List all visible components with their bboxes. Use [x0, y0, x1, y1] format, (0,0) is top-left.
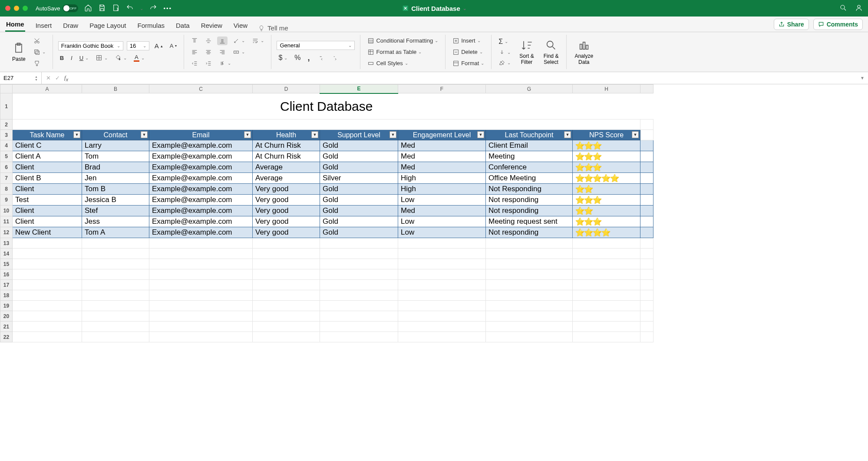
comments-button[interactable]: Comments [813, 19, 863, 30]
underline-button[interactable]: U⌄ [78, 54, 90, 62]
table-header-support-level[interactable]: Support Level▼ [320, 130, 398, 140]
empty-cell[interactable] [398, 259, 486, 269]
empty-cell[interactable] [82, 249, 149, 259]
empty-cell[interactable] [13, 249, 82, 259]
delete-cells-button[interactable]: Delete⌄ [451, 48, 486, 56]
tab-data[interactable]: Data [175, 19, 191, 32]
cell-task[interactable]: New Client [13, 227, 82, 238]
cell-task[interactable]: Client [13, 184, 82, 195]
cell-health[interactable]: Very good [253, 184, 320, 195]
col-header-B[interactable]: B [82, 85, 149, 93]
cell-nps[interactable]: ⭐⭐⭐ [573, 195, 640, 206]
empty-cell[interactable] [149, 238, 253, 249]
cell-health[interactable]: Very good [253, 216, 320, 227]
row-header-4[interactable]: 4 [0, 140, 13, 151]
cell-email[interactable]: Example@example.com [149, 151, 253, 162]
cell-task[interactable]: Client B [13, 173, 82, 184]
row-header-11[interactable]: 11 [0, 216, 13, 227]
empty-cell[interactable] [253, 249, 320, 259]
col-header-A[interactable]: A [13, 85, 82, 93]
minimize-window-icon[interactable] [14, 6, 19, 11]
row-header-16[interactable]: 16 [0, 269, 13, 280]
more-icon[interactable]: ••• [163, 5, 172, 12]
empty-cell[interactable] [13, 238, 82, 249]
empty-cell[interactable] [320, 238, 398, 249]
format-painter-button[interactable] [32, 59, 47, 68]
cell-touchpoint[interactable]: Conference [486, 162, 573, 173]
empty-cell[interactable] [486, 238, 573, 249]
align-center-button[interactable] [203, 48, 214, 56]
empty-cell[interactable] [573, 259, 640, 269]
cell-contact[interactable]: Larry [82, 140, 149, 151]
row-header-1[interactable]: 1 [0, 93, 13, 119]
filter-icon[interactable]: ▼ [632, 131, 639, 138]
number-format-select[interactable]: General⌄ [277, 41, 355, 50]
empty-cell[interactable] [82, 332, 149, 342]
cell-health[interactable]: Very good [253, 227, 320, 238]
empty-cell[interactable] [573, 311, 640, 322]
empty-cell[interactable] [573, 332, 640, 342]
table-row[interactable]: 12 New Client Tom A Example@example.com … [0, 227, 653, 238]
empty-cell[interactable] [82, 259, 149, 269]
cell-email[interactable]: Example@example.com [149, 216, 253, 227]
table-row[interactable]: 6 Client Brad Example@example.com Averag… [0, 162, 653, 173]
empty-cell[interactable] [573, 280, 640, 290]
cell-nps[interactable]: ⭐⭐⭐⭐⭐ [573, 173, 640, 184]
borders-button[interactable]: ⌄ [94, 53, 109, 62]
filter-icon[interactable]: ▼ [244, 131, 251, 138]
cell-touchpoint[interactable]: Meeting request sent [486, 216, 573, 227]
cell-support[interactable]: Gold [320, 216, 398, 227]
empty-cell[interactable] [82, 311, 149, 322]
align-top-button[interactable] [189, 36, 200, 45]
table-row[interactable]: 8 Client Tom B Example@example.com Very … [0, 184, 653, 195]
save-as-icon[interactable] [112, 4, 120, 13]
cell-support[interactable]: Gold [320, 195, 398, 206]
cell-contact[interactable]: Brad [82, 162, 149, 173]
empty-cell[interactable] [320, 249, 398, 259]
sort-filter-button[interactable]: Sort & Filter [517, 37, 536, 67]
col-header-D[interactable]: D [253, 85, 320, 93]
fx-icon[interactable]: fx [64, 74, 68, 82]
empty-cell[interactable] [320, 269, 398, 280]
empty-cell[interactable] [320, 290, 398, 301]
cell-engagement[interactable]: Low [398, 227, 486, 238]
table-header-task-name[interactable]: Task Name▼ [13, 130, 82, 140]
empty-cell[interactable] [398, 238, 486, 249]
row-header-2[interactable]: 2 [0, 119, 13, 130]
filter-icon[interactable]: ▼ [564, 131, 571, 138]
filter-icon[interactable]: ▼ [389, 131, 396, 138]
comma-button[interactable]: , [306, 53, 312, 63]
cell-touchpoint[interactable]: Office Meeting [486, 173, 573, 184]
empty-cell[interactable] [253, 311, 320, 322]
name-box[interactable]: E27 ▲▼ [0, 72, 42, 84]
merge-button[interactable]: ⌄ [231, 48, 247, 56]
tab-home[interactable]: Home [5, 18, 25, 32]
cell-engagement[interactable]: Med [398, 206, 486, 216]
row-header-15[interactable]: 15 [0, 259, 13, 269]
cell-email[interactable]: Example@example.com [149, 140, 253, 151]
search-icon[interactable] [839, 4, 847, 13]
align-right-button[interactable] [217, 48, 228, 56]
align-left-button[interactable] [189, 48, 200, 56]
col-header-F[interactable]: F [398, 85, 486, 93]
cell-task[interactable]: Client [13, 206, 82, 216]
cell-engagement[interactable]: Low [398, 195, 486, 206]
empty-cell[interactable] [320, 301, 398, 311]
cut-button[interactable] [32, 36, 47, 45]
document-title[interactable]: Client Database ⌄ [402, 5, 466, 12]
tab-draw[interactable]: Draw [62, 19, 79, 32]
row-header-17[interactable]: 17 [0, 280, 13, 290]
empty-cell[interactable] [253, 259, 320, 269]
cell-nps[interactable]: ⭐⭐⭐⭐ [573, 227, 640, 238]
cell-support[interactable]: Gold [320, 184, 398, 195]
row-header-13[interactable]: 13 [0, 238, 13, 249]
empty-cell[interactable] [82, 269, 149, 280]
share-button[interactable]: Share [774, 19, 809, 30]
empty-cell[interactable] [149, 332, 253, 342]
cell-contact[interactable]: Tom B [82, 184, 149, 195]
empty-cell[interactable] [486, 322, 573, 332]
cell-health[interactable]: Average [253, 162, 320, 173]
cell-email[interactable]: Example@example.com [149, 227, 253, 238]
filter-icon[interactable]: ▼ [141, 131, 148, 138]
copy-button[interactable]: ⌄ [32, 48, 47, 56]
